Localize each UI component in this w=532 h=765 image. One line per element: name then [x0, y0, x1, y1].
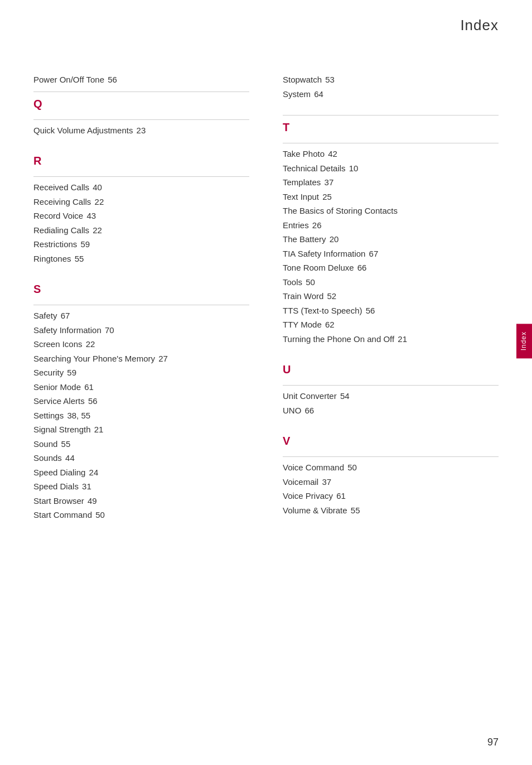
- entry-uno: UNO 66: [283, 403, 499, 418]
- entry-start-browser: Start Browser 49: [33, 494, 249, 508]
- entry-service-alerts: Service Alerts 56: [33, 394, 249, 408]
- entry-the-battery: The Battery 20: [283, 232, 499, 247]
- top-entry: Power On/Off Tone 56: [33, 73, 249, 92]
- entry-record-voice: Record Voice 43: [33, 209, 249, 223]
- right-top-entries: Stopwatch 53 System 64: [283, 73, 499, 116]
- divider-s: [33, 305, 249, 305]
- entry-voice-privacy: Voice Privacy 61: [283, 489, 499, 503]
- entry-power-on-off-tone: Power On/Off Tone 56: [33, 73, 249, 87]
- entry-receiving-calls: Receiving Calls 22: [33, 195, 249, 209]
- divider-r: [33, 176, 249, 177]
- entry-take-photo: Take Photo 42: [283, 147, 499, 161]
- entry-voicemail: Voicemail 37: [283, 475, 499, 489]
- entry-screen-icons: Screen Icons 22: [33, 337, 249, 352]
- divider-top-right: [283, 115, 499, 116]
- divider-v: [283, 456, 499, 457]
- entry-speed-dials: Speed Dials 31: [33, 479, 249, 494]
- entry-volume-vibrate: Volume & Vibrate 55: [283, 503, 499, 518]
- entry-entries: Entries 26: [283, 218, 499, 233]
- entry-tools: Tools 50: [283, 275, 499, 290]
- entry-tone-room-deluxe: Tone Room Deluxe 66: [283, 261, 499, 275]
- section-t: T Take Photo 42 Technical Details 10 Tem…: [283, 119, 499, 355]
- entry-received-calls: Received Calls 40: [33, 180, 249, 195]
- entry-tia-safety: TIA Safety Information 67: [283, 247, 499, 261]
- page-container: Index Index 97 Power On/Off Tone 56 Q Qu…: [0, 0, 532, 765]
- divider-u: [283, 385, 499, 386]
- divider-t: [283, 143, 499, 143]
- entry-turning-phone: Turning the Phone On and Off 21: [283, 332, 499, 347]
- section-u: U Unit Converter 54 UNO 66: [283, 361, 499, 427]
- entry-templates: Templates 37: [283, 175, 499, 190]
- entry-tty-mode: TTY Mode 62: [283, 317, 499, 332]
- entry-safety-information: Safety Information 70: [33, 323, 249, 338]
- entry-voice-command: Voice Command 50: [283, 460, 499, 475]
- page-title: Index: [460, 17, 499, 34]
- right-column: Stopwatch 53 System 64 T Take Photo 42 T…: [266, 67, 499, 528]
- entry-signal-strength: Signal Strength 21: [33, 422, 249, 437]
- side-tab: Index: [516, 324, 532, 358]
- entry-quick-volume: Quick Volume Adjustments 23: [33, 123, 249, 138]
- section-v: V Voice Command 50 Voicemail 37 Voice Pr…: [283, 432, 499, 517]
- left-column: Power On/Off Tone 56 Q Quick Volume Adju…: [33, 67, 266, 528]
- entry-technical-details: Technical Details 10: [283, 161, 499, 176]
- entry-start-command: Start Command 50: [33, 508, 249, 522]
- entry-restrictions: Restrictions 59: [33, 237, 249, 252]
- entry-ringtones: Ringtones 55: [33, 252, 249, 266]
- divider: [33, 92, 249, 92]
- entry-settings: Settings 38, 55: [33, 408, 249, 423]
- entry-text-input: Text Input 25: [283, 190, 499, 204]
- entry-sounds: Sounds 44: [33, 451, 249, 465]
- entry-searching: Searching Your Phone's Memory 27: [33, 352, 249, 366]
- entry-senior-mode: Senior Mode 61: [33, 380, 249, 394]
- entry-sound: Sound 55: [33, 437, 249, 451]
- entry-security: Security 59: [33, 365, 249, 380]
- entry-the-basics: The Basics of Storing Contacts: [283, 204, 499, 218]
- section-r: R Received Calls 40 Receiving Calls 22 R…: [33, 152, 249, 275]
- entry-stopwatch: Stopwatch 53: [283, 73, 499, 87]
- divider-q: [33, 119, 249, 120]
- entry-speed-dialing: Speed Dialing 24: [33, 465, 249, 480]
- section-q: Q Quick Volume Adjustments 23: [33, 95, 249, 147]
- main-content: Power On/Off Tone 56 Q Quick Volume Adju…: [0, 67, 532, 528]
- entry-redialing-calls: Redialing Calls 22: [33, 223, 249, 238]
- entry-safety: Safety 67: [33, 309, 249, 323]
- entry-system: System 64: [283, 87, 499, 102]
- entry-tts: TTS (Text-to Speech) 56: [283, 304, 499, 318]
- entry-unit-converter: Unit Converter 54: [283, 389, 499, 403]
- page-number: 97: [487, 737, 499, 748]
- section-s: S Safety 67 Safety Information 70 Screen…: [33, 281, 249, 522]
- entry-train-word: Train Word 52: [283, 289, 499, 304]
